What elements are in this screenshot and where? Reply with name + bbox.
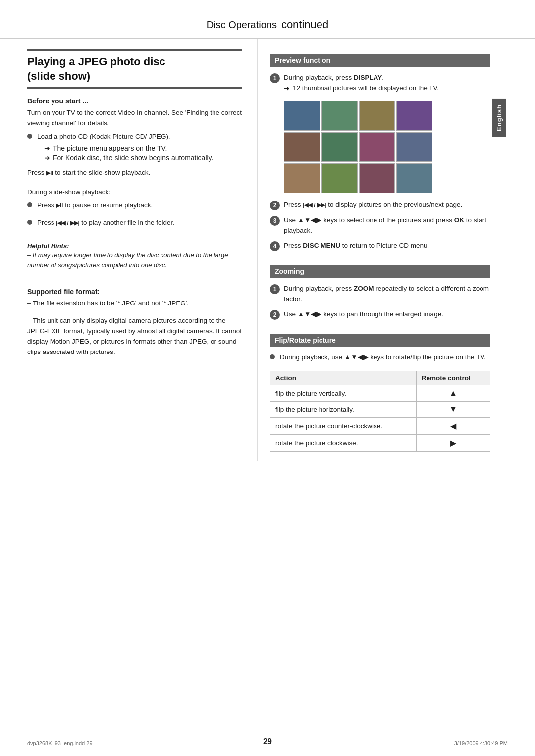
arrow-item-1: ➜ The picture menu appears on the TV. xyxy=(37,144,213,152)
thumb-1 xyxy=(284,101,320,131)
table-row: rotate the picture clockwise.▶ xyxy=(270,435,490,452)
flip-bullet-dot xyxy=(270,354,275,359)
thumb-5 xyxy=(284,132,320,162)
section-main-title: Playing a JPEG photo disc (slide show) xyxy=(27,49,242,89)
thumb-7 xyxy=(359,132,395,162)
remote-cell-3: ▶ xyxy=(416,435,490,452)
arrow-item-2: ➜ For Kodak disc, the slide show begins … xyxy=(37,154,213,162)
remote-cell-2: ◀ xyxy=(416,418,490,435)
bullet-dot xyxy=(27,134,32,139)
zooming-header: Zooming xyxy=(270,265,490,278)
thumbnail-grid xyxy=(284,101,432,193)
press-play-text: Press ▶II to start the slide-show playba… xyxy=(27,168,242,178)
table-row: rotate the picture counter-clockwise.◀ xyxy=(270,418,490,435)
zoom-step-1: 1 During playback, press ZOOM repeatedly… xyxy=(270,284,490,304)
content-area: Playing a JPEG photo disc (slide show) B… xyxy=(0,39,535,461)
preview-step-1: 1 During playback, press DISPLAY. ➜ 12 t… xyxy=(270,73,490,96)
preview-step-4: 4 Press DISC MENU to return to Picture C… xyxy=(270,241,490,251)
thumb-3 xyxy=(359,101,395,131)
supported-format-item-1: – This unit can only display digital cam… xyxy=(27,316,242,357)
remote-cell-1: ▼ xyxy=(416,402,490,418)
arrow-text-1: The picture menu appears on the TV. xyxy=(53,144,167,152)
step-num-1: 1 xyxy=(270,73,280,83)
thumb-9 xyxy=(284,163,320,193)
title-text: Disc Operations xyxy=(207,19,277,30)
table-col2-header: Remote control xyxy=(416,371,490,385)
preview-step-2: 2 Press |◀◀ / ▶▶| to display pictures on… xyxy=(270,200,490,210)
table-row: flip the picture vertically.▲ xyxy=(270,385,490,402)
language-tab: English xyxy=(492,99,506,137)
thumb-11 xyxy=(359,163,395,193)
helpful-hints-text: – It may require longer time to display … xyxy=(27,252,228,269)
flip-rotate-table: Action Remote control flip the picture v… xyxy=(270,371,490,452)
thumb-10 xyxy=(321,163,358,193)
zoom-step-num-1: 1 xyxy=(270,284,280,294)
bullet-dot-2 xyxy=(27,202,32,207)
section-title-line1: Playing a JPEG photo disc xyxy=(27,55,165,68)
zoom-step-2: 2 Use ▲▼◀▶ keys to pan through the enlar… xyxy=(270,309,490,320)
step3-bold: OK xyxy=(454,216,464,224)
bullet-load-cd: Load a photo CD (Kodak Picture CD/ JPEG)… xyxy=(27,132,242,164)
arrow-sym-2: ➜ xyxy=(44,154,50,162)
step-2-content: Press |◀◀ / ▶▶| to display pictures on t… xyxy=(284,200,490,210)
zoom-step-2-content: Use ▲▼◀▶ keys to pan through the enlarge… xyxy=(284,309,490,320)
lang-tab-text: English xyxy=(495,104,503,131)
bullet-pause: Press ▶II to pause or resume playback. xyxy=(27,201,242,214)
step1-bold: DISPLAY xyxy=(354,74,382,81)
helpful-hints: Helpful Hints: – It may require longer t… xyxy=(27,241,242,270)
zoom-step-num-2: 2 xyxy=(270,310,280,320)
bullet-dot-3 xyxy=(27,220,32,225)
step-num-3: 3 xyxy=(270,216,280,226)
section-title-line2: (slide show) xyxy=(27,70,90,82)
thumb-12 xyxy=(396,163,432,193)
page-container: Disc Operations continued Playing a JPEG… xyxy=(0,0,535,756)
supported-format-heading: Supported file format: xyxy=(27,288,242,296)
action-cell-0: flip the picture vertically. xyxy=(270,385,417,402)
step-1-content: During playback, press DISPLAY. ➜ 12 thu… xyxy=(284,73,490,96)
page-header: Disc Operations continued xyxy=(0,0,535,39)
flip-table-body: flip the picture vertically.▲flip the pi… xyxy=(270,385,490,452)
supported-format-item-0: – The file extension has to be '*.JPG' a… xyxy=(27,299,242,309)
bullet-load-cd-text: Load a photo CD (Kodak Picture CD/ JPEG)… xyxy=(37,132,213,164)
bullet-folder-text: Press |◀◀ / ▶▶| to play another file in … xyxy=(37,218,174,228)
during-slideshow-label: During slide-show playback: xyxy=(27,187,242,198)
table-row: flip the picture horizontally.▼ xyxy=(270,402,490,418)
step-3-content: Use ▲▼◀▶ keys to select one of the pictu… xyxy=(284,215,490,236)
right-column: English Preview function 1 During playba… xyxy=(258,39,505,461)
action-cell-2: rotate the picture counter-clockwise. xyxy=(270,418,417,435)
action-cell-1: flip the picture horizontally. xyxy=(270,402,417,418)
remote-cell-0: ▲ xyxy=(416,385,490,402)
page-title: Disc Operations continued xyxy=(30,14,505,32)
thumb-8 xyxy=(396,132,432,162)
thumb-6 xyxy=(321,132,358,162)
table-col1-header: Action xyxy=(270,371,417,385)
before-start-heading: Before you start ... xyxy=(27,97,242,105)
step1-text-before: During playback, press xyxy=(284,74,354,81)
thumb-2 xyxy=(321,101,358,131)
thumb-4 xyxy=(396,101,432,131)
zoom-step-1-content: During playback, press ZOOM repeatedly t… xyxy=(284,284,490,304)
bullet-load-cd-main: Load a photo CD (Kodak Picture CD/ JPEG)… xyxy=(37,132,213,142)
preview-step-3: 3 Use ▲▼◀▶ keys to select one of the pic… xyxy=(270,215,490,236)
arrow-text-2: For Kodak disc, the slide show begins au… xyxy=(53,154,213,162)
step-num-2: 2 xyxy=(270,201,280,210)
step1-text-after: . xyxy=(382,74,384,81)
step1-arrow-sym: ➜ xyxy=(284,83,290,94)
flip-rotate-header: Flip/Rotate picture xyxy=(270,334,490,347)
bullet-folder: Press |◀◀ / ▶▶| to play another file in … xyxy=(27,218,242,231)
flip-bullet: During playback, use ▲▼◀▶ keys to rotate… xyxy=(270,353,490,366)
before-start-text: Turn on your TV to the correct Video In … xyxy=(27,108,242,129)
page-number: 29 xyxy=(0,737,535,746)
title-subtitle: continued xyxy=(281,18,328,31)
flip-bullet-text: During playback, use ▲▼◀▶ keys to rotate… xyxy=(280,353,486,363)
action-cell-3: rotate the picture clockwise. xyxy=(270,435,417,452)
step1-arrow-text: 12 thumbnail pictures will be displayed … xyxy=(293,83,439,94)
arrow-sym-1: ➜ xyxy=(44,144,50,152)
left-column: Playing a JPEG photo disc (slide show) B… xyxy=(0,39,258,461)
bullet-pause-text: Press ▶II to pause or resume playback. xyxy=(37,201,153,211)
helpful-hints-heading: Helpful Hints: xyxy=(27,242,69,250)
step1-arrow: ➜ 12 thumbnail pictures will be displaye… xyxy=(284,83,490,94)
step-4-content: Press DISC MENU to return to Picture CD … xyxy=(284,241,490,251)
preview-function-header: Preview function xyxy=(270,54,490,67)
step-num-4: 4 xyxy=(270,241,280,251)
